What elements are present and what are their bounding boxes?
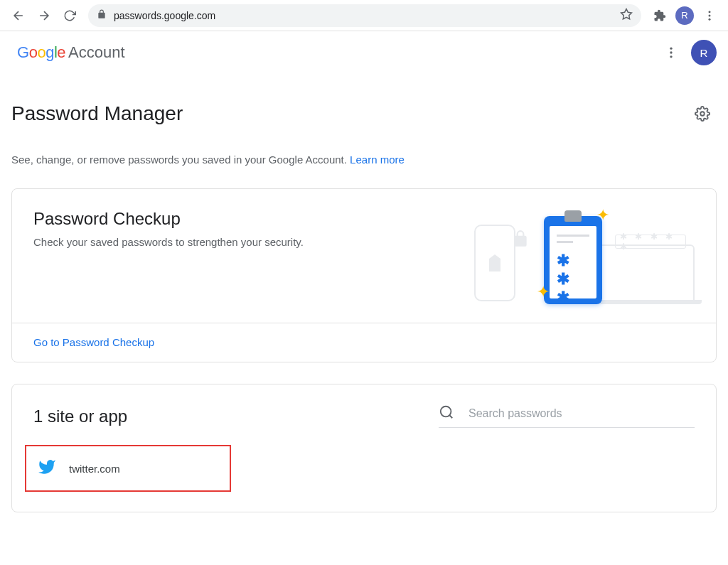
learn-more-link[interactable]: Learn more: [350, 154, 405, 166]
app-header: Google Account R: [0, 31, 728, 74]
browser-menu-button[interactable]: [697, 3, 722, 28]
browser-toolbar: passwords.google.com R: [0, 0, 728, 31]
kebab-icon: [664, 45, 678, 60]
lock-icon: [97, 9, 107, 21]
google-logo: Google: [17, 43, 65, 62]
svg-line-9: [449, 415, 452, 418]
svg-point-2: [709, 14, 711, 16]
svg-point-7: [700, 112, 705, 116]
sites-count-heading: 1 site or app: [33, 407, 127, 426]
search-icon: [439, 404, 454, 423]
search-input[interactable]: [469, 407, 695, 420]
puzzle-icon: [653, 9, 666, 22]
svg-point-5: [670, 51, 672, 53]
address-bar[interactable]: passwords.google.com: [88, 4, 641, 27]
profile-avatar[interactable]: R: [691, 40, 717, 65]
svg-point-8: [441, 407, 451, 417]
checkup-illustration: ✱ ✱ ✱ ✱ ✱ ✱ ✱ ✱ ✦ ✦: [453, 209, 695, 308]
saved-sites-card: 1 site or app twitter.com: [11, 384, 717, 512]
reload-button[interactable]: [57, 3, 82, 28]
profile-avatar-small[interactable]: R: [675, 6, 694, 25]
site-name: twitter.com: [69, 463, 120, 475]
search-passwords-field[interactable]: [439, 404, 695, 428]
forward-button[interactable]: [31, 3, 57, 28]
header-menu-button[interactable]: [657, 38, 685, 67]
go-to-checkup-link[interactable]: Go to Password Checkup: [33, 336, 154, 348]
url-text: passwords.google.com: [114, 10, 215, 21]
extensions-button[interactable]: [647, 3, 673, 28]
back-button[interactable]: [6, 3, 31, 28]
gear-icon: [695, 106, 710, 122]
arrow-right-icon: [37, 9, 51, 23]
svg-marker-0: [621, 9, 632, 19]
bookmark-star-icon[interactable]: [620, 8, 633, 23]
checkup-description: Check your saved passwords to strengthen…: [33, 236, 453, 248]
kebab-icon: [703, 9, 716, 22]
arrow-left-icon: [11, 9, 26, 23]
account-label: Account: [68, 43, 125, 62]
reload-icon: [63, 9, 76, 22]
settings-button[interactable]: [688, 99, 717, 128]
page-title: Password Manager: [11, 102, 183, 125]
password-checkup-card: Password Checkup Check your saved passwo…: [11, 188, 717, 362]
svg-point-3: [709, 18, 711, 20]
page-description: See, change, or remove passwords you sav…: [11, 154, 717, 166]
checkup-title: Password Checkup: [33, 209, 453, 229]
twitter-icon: [38, 458, 56, 479]
svg-point-1: [709, 11, 711, 13]
site-entry-twitter[interactable]: twitter.com: [25, 445, 231, 492]
svg-point-6: [670, 55, 672, 58]
svg-point-4: [670, 48, 672, 50]
